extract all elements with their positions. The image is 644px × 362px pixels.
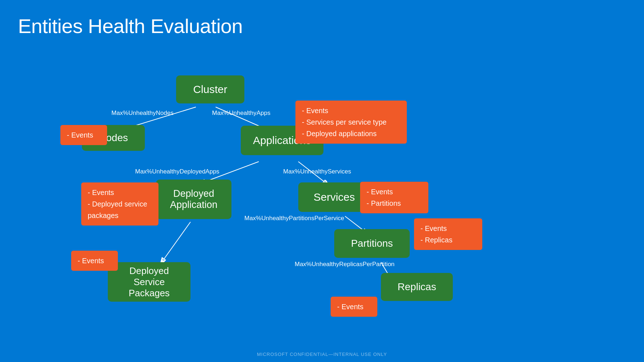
partitions-node: Partitions xyxy=(334,229,410,258)
deployed-application-node: Deployed Application xyxy=(156,180,231,219)
label-max-unhealthy-apps: Max%UnhealthyApps xyxy=(212,110,271,117)
cluster-node: Cluster xyxy=(176,75,244,103)
label-max-unhealthy-services: Max%UnhealthyServices xyxy=(283,168,351,175)
replicas-node: Replicas xyxy=(381,273,453,301)
label-max-unhealthy-replicas-per-partition: Max%UnhealthyReplicasPerPartition xyxy=(295,261,395,268)
label-max-unhealthy-partitions-per-service: Max%UnhealthyPartitionsPerService xyxy=(244,215,344,222)
label-max-unhealthy-deployed-apps: Max%UnhealthyDeployedApps xyxy=(135,168,219,175)
partitions-detail-box: Events Replicas xyxy=(414,218,482,250)
deployed-sp-events-box: Events xyxy=(71,251,118,271)
diagram-arrows xyxy=(0,0,644,362)
deployed-app-detail-box: Events Deployed service packages xyxy=(81,182,158,226)
svg-line-6 xyxy=(162,222,190,262)
services-node: Services xyxy=(298,182,370,212)
replicas-events-box: Events xyxy=(331,297,377,317)
deployed-service-packages-node: Deployed Service Packages xyxy=(108,262,190,302)
page-title: Entities Health Evaluation xyxy=(18,14,243,38)
services-detail-box: Events Partitions xyxy=(360,182,428,213)
footer-text: MICROSOFT CONFIDENTIAL—INTERNAL USE ONLY xyxy=(257,352,387,357)
applications-detail-box: Events Services per service type Deploye… xyxy=(295,101,407,144)
nodes-events-box: Events xyxy=(60,125,107,145)
label-max-unhealthy-nodes: Max%UnhealthyNodes xyxy=(111,110,174,117)
